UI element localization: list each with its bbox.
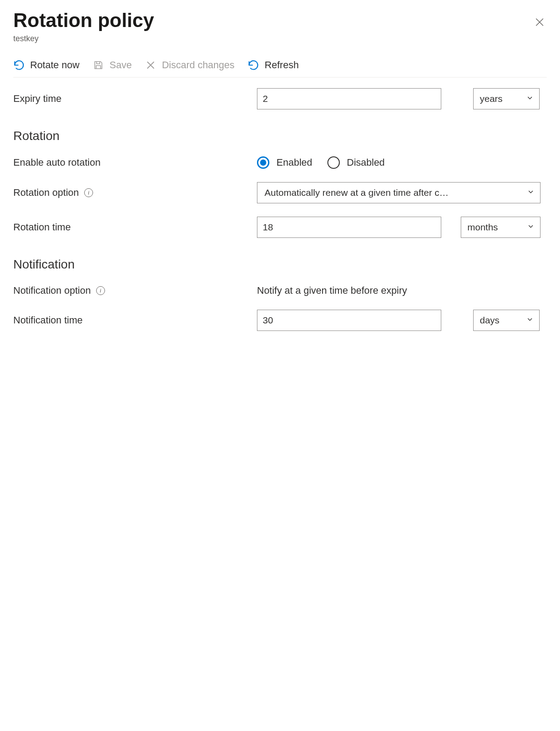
rotation-time-row: Rotation time months — [13, 217, 547, 238]
notification-time-unit-value: days — [480, 315, 499, 326]
enable-auto-rotation-row: Enable auto rotation Enabled Disabled — [13, 156, 547, 169]
page-title: Rotation policy — [13, 9, 154, 32]
rotation-option-select[interactable]: Automatically renew at a given time afte… — [257, 182, 541, 203]
notification-time-label: Notification time — [13, 315, 257, 326]
chevron-down-icon — [527, 222, 535, 233]
save-label: Save — [109, 59, 132, 71]
auto-rotation-radio-group: Enabled Disabled — [257, 156, 385, 169]
expiry-time-unit-value: years — [480, 93, 502, 104]
refresh-icon — [248, 59, 259, 71]
notification-time-row: Notification time days — [13, 310, 547, 331]
rotate-now-button[interactable]: Rotate now — [13, 59, 79, 71]
notification-section-heading: Notification — [13, 257, 547, 272]
refresh-button[interactable]: Refresh — [248, 59, 299, 71]
refresh-label: Refresh — [264, 59, 299, 71]
close-icon — [534, 17, 545, 27]
rotation-time-unit-select[interactable]: months — [461, 217, 541, 238]
expiry-time-input[interactable] — [257, 88, 441, 109]
discard-icon — [145, 59, 156, 71]
radio-icon — [257, 156, 269, 169]
rotation-option-value: Automatically renew at a given time afte… — [264, 187, 520, 198]
disabled-radio-label: Disabled — [347, 157, 385, 168]
notification-option-row: Notification option i Notify at a given … — [13, 285, 547, 296]
save-icon — [93, 59, 104, 71]
rotate-now-label: Rotate now — [30, 59, 79, 71]
notification-time-input[interactable] — [257, 310, 441, 331]
discard-button: Discard changes — [145, 59, 234, 71]
close-button[interactable] — [533, 15, 547, 29]
notification-option-value: Notify at a given time before expiry — [257, 285, 407, 296]
auto-rotation-disabled-radio[interactable]: Disabled — [327, 156, 385, 169]
expiry-time-row: Expiry time years — [13, 88, 547, 109]
save-button: Save — [93, 59, 132, 71]
discard-label: Discard changes — [162, 59, 234, 71]
toolbar: Rotate now Save Discard changes Refresh — [13, 59, 547, 78]
chevron-down-icon — [527, 187, 535, 198]
rotation-time-unit-value: months — [467, 222, 498, 233]
chevron-down-icon — [526, 93, 534, 104]
rotation-option-label: Rotation option — [13, 187, 79, 198]
auto-rotation-enabled-radio[interactable]: Enabled — [257, 156, 312, 169]
expiry-time-unit-select[interactable]: years — [473, 88, 540, 109]
notification-time-unit-select[interactable]: days — [473, 310, 540, 331]
rotate-icon — [13, 59, 25, 71]
rotation-time-input[interactable] — [257, 217, 441, 238]
rotation-option-row: Rotation option i Automatically renew at… — [13, 182, 547, 203]
info-icon[interactable]: i — [84, 188, 93, 197]
chevron-down-icon — [526, 315, 534, 326]
info-icon[interactable]: i — [96, 286, 105, 295]
radio-icon — [327, 156, 340, 169]
rotation-time-label: Rotation time — [13, 222, 257, 233]
expiry-time-label: Expiry time — [13, 93, 257, 105]
notification-option-label: Notification option — [13, 285, 91, 296]
page-subtitle: testkey — [13, 34, 154, 43]
enabled-radio-label: Enabled — [276, 157, 312, 168]
rotation-section-heading: Rotation — [13, 129, 547, 143]
enable-auto-rotation-label: Enable auto rotation — [13, 157, 257, 168]
